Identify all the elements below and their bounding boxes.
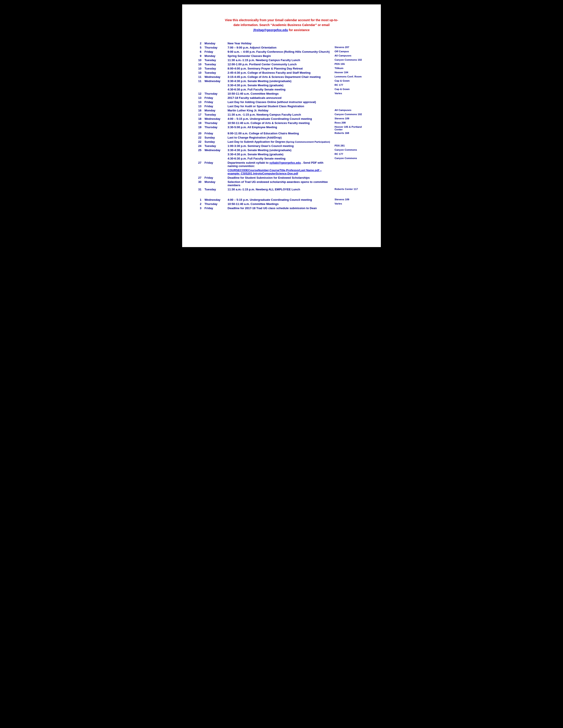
table-row: 30MondaySelection of Trad UG endowed sch…: [195, 180, 368, 187]
day-of-week-cell: Tuesday: [203, 71, 226, 75]
table-row: 5Thursday7:00 – 9:00 p.m. Adjunct Orient…: [195, 45, 368, 50]
table-row: 10Tuesday8:00-4:00 p.m. Seminary Prayer …: [195, 66, 368, 71]
table-row: 19Thursday10:50-11:40 a.m. College of Ar…: [195, 121, 368, 125]
event-cell: 3:30-4:30 p.m. Senate Meeting (graduate): [227, 152, 334, 156]
location-cell: Stevens 109: [334, 198, 368, 202]
day-of-week-cell: Friday: [203, 206, 226, 210]
header-line3: for assistance: [289, 28, 310, 32]
day-cell: 22: [195, 140, 203, 144]
location-cell: Varies: [334, 92, 368, 96]
day-cell: [195, 156, 203, 161]
table-row: 27FridayDepartments submit syllabi to sy…: [195, 161, 368, 168]
event-cell: 11:30 a.m. -1:15 p.m. Newberg Campus Fac…: [227, 113, 334, 117]
location-cell: [334, 41, 368, 45]
day-cell: 5: [195, 45, 203, 50]
table-row: 19Thursday3:30-5:00 p.m. All Employee Me…: [195, 125, 368, 131]
day-cell: 1: [195, 198, 203, 202]
event-cell: Last Day for Audit or Special Student Cl…: [227, 104, 334, 108]
event-cell: 3:30-4:30 p.m. Senate Meeting (graduate): [227, 83, 334, 87]
location-cell: PDS 281: [334, 144, 368, 148]
table-row: 9MondaySpring Semester Classes BeginAll …: [195, 54, 368, 58]
header-section: View this electronically from your Gmail…: [195, 18, 368, 32]
day-of-week-cell: Friday: [203, 131, 226, 135]
event-cell: 3:15-4:45 p.m. College of Arts & Science…: [227, 75, 334, 79]
location-cell: All Campuses: [334, 54, 368, 58]
day-of-week-cell: Tuesday: [203, 187, 226, 191]
table-row: 17Tuesday11:30 a.m. -1:15 p.m. Newberg C…: [195, 113, 368, 117]
event-cell: 11:30 a.m.-1:15 p.m. Newberg ALL EMPLOYE…: [227, 187, 334, 191]
day-of-week-cell: [203, 152, 226, 156]
table-row: 2MondayNew Year Holiday: [195, 41, 368, 45]
table-row: 3:30-4:30 p.m. Senate Meeting (graduate)…: [195, 152, 368, 156]
day-of-week-cell: Monday: [203, 54, 226, 58]
day-of-week-cell: Wednesday: [203, 148, 226, 152]
event-cell: 12:00-1:00 p.m. Portland Center Communit…: [227, 62, 334, 66]
day-cell: 31: [195, 187, 203, 191]
location-cell: Canyon Commons 102: [334, 58, 368, 62]
day-of-week-cell: [203, 156, 226, 161]
day-of-week-cell: Friday: [203, 50, 226, 54]
day-cell: 13: [195, 104, 203, 108]
table-row: 11Wednesday3:15-4:45 p.m. College of Art…: [195, 75, 368, 79]
event-cell: 2017-18 Faculty sabbaticals announced: [227, 96, 334, 100]
syllabi-link[interactable]: syllabi@georgefox.edu: [269, 161, 301, 164]
day-cell: 19: [195, 125, 203, 131]
day-of-week-cell: Tuesday: [203, 58, 226, 62]
location-cell: [334, 180, 368, 187]
day-of-week-cell: Thursday: [203, 121, 226, 125]
event-cell: 3:30-4:30 p.m. Senate Meeting (undergrad…: [227, 148, 334, 152]
location-cell: Cap & Gown: [334, 79, 368, 83]
day-cell: 27: [195, 176, 203, 180]
event-cell: 11:30 a.m.-1:15 p.m. Newberg Campus Facu…: [227, 58, 334, 62]
day-cell: [195, 152, 203, 156]
location-cell: Roberts Center 117: [334, 187, 368, 191]
location-cell: Varies: [334, 202, 368, 206]
event-cell: 1:00-3:30 p.m. Seminary Dean’s Council m…: [227, 144, 334, 148]
header-email-link[interactable]: jfreitag@georgefox.edu: [253, 28, 288, 32]
day-of-week-cell: Wednesday: [203, 117, 226, 121]
table-row: 24Tuesday1:00-3:30 p.m. Seminary Dean’s …: [195, 144, 368, 148]
event-cell: COURSECODECourseNumber,CourseTitle,Profe…: [227, 168, 334, 176]
location-cell: [334, 168, 368, 176]
event-cell: 7:00 – 9:00 p.m. Adjunct Orientation: [227, 45, 334, 50]
day-cell: 24: [195, 144, 203, 148]
location-cell: [334, 206, 368, 210]
location-cell: [334, 140, 368, 144]
event-cell: 10:50-11:40 a.m. Committee Meetings: [227, 202, 334, 206]
table-row: 13FridayLast Day for Adding Classes Onli…: [195, 100, 368, 104]
event-cell: 2:45-4:30 p.m. College of Business Facul…: [227, 71, 334, 75]
table-row: 16MondayMartin Luther King Jr. HolidayAl…: [195, 108, 368, 113]
location-cell: [334, 161, 368, 168]
table-row: 13Friday2017-18 Faculty sabbaticals anno…: [195, 96, 368, 100]
event-cell: 4:30-6:30 p.m. Full Faculty Senate meeti…: [227, 156, 334, 161]
location-cell: Ross 208: [334, 121, 368, 125]
location-cell: Hoover 104: [334, 71, 368, 75]
day-of-week-cell: [203, 83, 226, 87]
day-of-week-cell: Thursday: [203, 45, 226, 50]
event-link[interactable]: COURSECODECourseNumber,CourseTitle,Profe…: [227, 169, 322, 175]
table-row: 3FridayDeadline for 2017-18 Trad UG clas…: [195, 206, 368, 210]
location-cell: Hoover 105 & Portland Center: [334, 125, 368, 131]
location-cell: Canyon Commons: [334, 156, 368, 161]
day-of-week-cell: Wednesday: [203, 198, 226, 202]
page: View this electronically from your Gmail…: [182, 4, 381, 247]
table-row: 27FridayDeadline for Student Submission …: [195, 176, 368, 180]
event-cell: 4:30-6:30 p.m. Full Faculty Senate meeti…: [227, 87, 334, 92]
day-cell: 10: [195, 58, 203, 62]
table-row: 6Friday9:00 a.m. – 4:00 p.m. Faculty Con…: [195, 50, 368, 54]
table-row: COURSECODECourseNumber,CourseTitle,Profe…: [195, 168, 368, 176]
day-of-week-cell: Tuesday: [203, 66, 226, 71]
day-of-week-cell: Thursday: [203, 125, 226, 131]
event-cell: 9:00 a.m. – 4:00 p.m. Faculty Conference…: [227, 50, 334, 54]
day-cell: 9: [195, 54, 203, 58]
event-cell: 9:00-11:00 a.m. College of Education Cha…: [227, 131, 334, 135]
location-cell: [334, 104, 368, 108]
event-cell: 8:00-4:00 p.m. Seminary Prayer & Plannin…: [227, 66, 334, 71]
event-cell: Martin Luther King Jr. Holiday: [227, 108, 334, 113]
header-line1: View this electronically from your Gmail…: [225, 18, 338, 27]
day-cell: 16: [195, 108, 203, 113]
day-cell: 13: [195, 100, 203, 104]
table-row: 11Wednesday3:30-4:30 p.m. Senate Meeting…: [195, 79, 368, 83]
day-of-week-cell: Monday: [203, 180, 226, 187]
location-cell: Canyon Commons 102: [334, 113, 368, 117]
